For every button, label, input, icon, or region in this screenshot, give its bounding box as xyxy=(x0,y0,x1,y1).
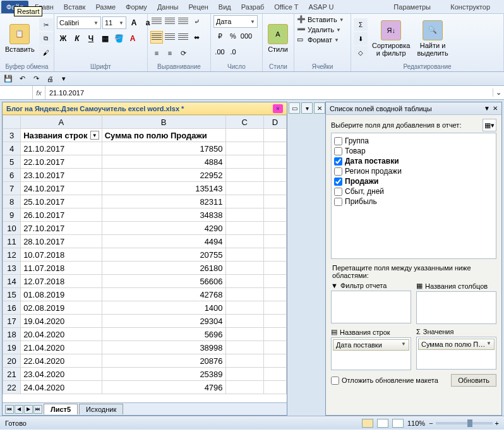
cell[interactable]: 20755 xyxy=(102,248,225,262)
cell[interactable]: 25.10.2017 xyxy=(21,195,102,208)
align-right-button[interactable] xyxy=(177,31,189,44)
prev-sheet-button[interactable]: ◀ xyxy=(15,405,23,414)
row-header[interactable]: 16 xyxy=(3,301,21,315)
align-bottom-button[interactable] xyxy=(177,15,189,28)
number-format-combo[interactable]: Дата▼ xyxy=(213,15,258,28)
comma-button[interactable]: 000 xyxy=(240,30,253,42)
qat-undo-button[interactable]: ↶ xyxy=(16,73,28,85)
cell[interactable] xyxy=(225,328,263,341)
merge-button[interactable]: ⬌ xyxy=(190,31,203,44)
fill-button[interactable]: ⬇ xyxy=(354,32,368,45)
clear-button[interactable]: ◇ xyxy=(354,46,368,59)
cell[interactable] xyxy=(263,195,286,208)
row-header[interactable]: 10 xyxy=(3,222,21,235)
area-val-item[interactable]: Сумма по полю П…▼ xyxy=(418,339,495,350)
percent-button[interactable]: % xyxy=(227,30,239,42)
view-normal-button[interactable] xyxy=(362,419,373,428)
zoom-level[interactable]: 110% xyxy=(407,419,425,427)
cell[interactable] xyxy=(263,262,286,275)
cell[interactable]: 10.07.2018 xyxy=(21,248,102,262)
cell[interactable] xyxy=(263,341,286,354)
cell[interactable]: 26.10.2017 xyxy=(21,208,102,222)
defer-update-checkbox[interactable]: Отложить обновление макета xyxy=(331,377,438,385)
italic-button[interactable]: К xyxy=(71,32,83,45)
cell[interactable]: 34838 xyxy=(102,208,225,222)
cell[interactable]: 23.04.2020 xyxy=(21,368,102,381)
cell[interactable] xyxy=(225,301,263,315)
col-header-b[interactable]: B xyxy=(102,116,225,129)
cell[interactable] xyxy=(263,354,286,368)
cell[interactable]: 82311 xyxy=(102,195,225,208)
cell[interactable]: 27.10.2017 xyxy=(21,222,102,235)
cell[interactable]: 24.10.2017 xyxy=(21,182,102,195)
cell[interactable]: 20.04.2020 xyxy=(21,328,102,341)
field-checkbox[interactable]: Прибыль xyxy=(334,196,493,207)
field-checkbox[interactable]: Регион продажи xyxy=(334,166,493,176)
cell[interactable] xyxy=(225,195,263,208)
row-header[interactable]: 7 xyxy=(3,182,21,195)
cell[interactable] xyxy=(263,248,286,262)
tab-options[interactable]: Параметры xyxy=(388,1,436,13)
align-center-button[interactable] xyxy=(164,31,176,44)
update-button[interactable]: Обновить xyxy=(451,374,496,387)
cell[interactable]: 4494 xyxy=(102,235,225,248)
cell[interactable] xyxy=(225,129,263,142)
font-color-button[interactable]: A xyxy=(126,32,139,45)
cell[interactable]: 20876 xyxy=(102,354,225,368)
cell[interactable] xyxy=(263,222,286,235)
cell[interactable] xyxy=(263,301,286,315)
next-sheet-button[interactable]: ▶ xyxy=(24,405,33,414)
format-painter-button[interactable]: 🖌 xyxy=(39,46,53,59)
cell[interactable] xyxy=(263,129,286,142)
row-header[interactable]: 11 xyxy=(3,235,21,248)
tab-insert[interactable]: Вставк xyxy=(59,1,91,13)
close-pane-button[interactable]: ✕ xyxy=(493,105,498,112)
row-header[interactable]: 9 xyxy=(3,208,21,222)
cell[interactable] xyxy=(263,142,286,155)
cell[interactable] xyxy=(225,354,263,368)
border-button[interactable]: ▦ xyxy=(99,32,111,45)
tab-asap[interactable]: ASAP U xyxy=(303,1,339,13)
cell[interactable] xyxy=(225,275,263,288)
mdi-button[interactable]: ▾ xyxy=(301,102,313,114)
cell[interactable] xyxy=(263,155,286,169)
zoom-in-button[interactable]: + xyxy=(495,419,499,427)
row-header[interactable]: 18 xyxy=(3,328,21,341)
cell[interactable]: 01.08.2019 xyxy=(21,288,102,301)
tab-data[interactable]: Данны xyxy=(152,1,184,13)
cell[interactable]: Сумма по полю Продажи xyxy=(102,129,225,142)
cell[interactable] xyxy=(225,235,263,248)
tab-design[interactable]: Конструктор xyxy=(445,1,495,13)
field-checkbox[interactable]: Сбыт, дней xyxy=(334,186,493,196)
row-header[interactable]: 12 xyxy=(3,248,21,262)
cell[interactable]: 21.10.2017 xyxy=(21,142,102,155)
area-cols-box[interactable] xyxy=(416,291,496,324)
cell[interactable] xyxy=(225,262,263,275)
cell[interactable] xyxy=(225,155,263,169)
qat-print-button[interactable]: 🖨 xyxy=(44,73,56,85)
zoom-out-button[interactable]: − xyxy=(429,419,433,427)
name-box[interactable] xyxy=(0,86,33,99)
cell[interactable]: 22.10.2017 xyxy=(21,155,102,169)
align-left-button[interactable] xyxy=(150,31,163,44)
row-header[interactable]: 5 xyxy=(3,155,21,169)
mdi-close-button[interactable]: ✕ xyxy=(314,102,325,114)
cell[interactable]: 4290 xyxy=(102,222,225,235)
row-header[interactable]: 8 xyxy=(3,195,21,208)
spreadsheet-grid[interactable]: A B C D 3 Названия строк▼ Сумма по полю … xyxy=(3,115,287,402)
cell[interactable]: 22.04.2020 xyxy=(21,354,102,368)
cell[interactable]: Названия строк▼ xyxy=(21,129,102,142)
wrap-text-button[interactable]: ⤶ xyxy=(190,15,203,28)
cell[interactable]: 135143 xyxy=(102,182,225,195)
tab-office[interactable]: Office T xyxy=(269,1,303,13)
sheet-tab-active[interactable]: Лист5 xyxy=(44,404,78,414)
field-checkbox[interactable]: Дата поставки xyxy=(334,156,493,166)
row-header[interactable]: 14 xyxy=(3,275,21,288)
bold-button[interactable]: Ж xyxy=(57,32,69,45)
cell[interactable] xyxy=(225,169,263,182)
last-sheet-button[interactable]: ⏭ xyxy=(33,405,42,414)
font-size-combo[interactable]: 11▼ xyxy=(102,16,126,29)
area-filter-box[interactable] xyxy=(331,291,411,323)
orientation-button[interactable]: ⟳ xyxy=(177,47,189,59)
cell[interactable] xyxy=(225,381,263,394)
